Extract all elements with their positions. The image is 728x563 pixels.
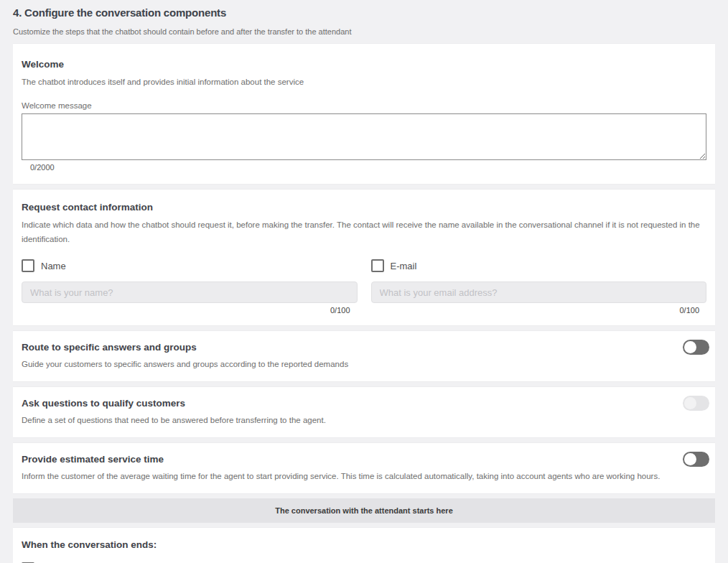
toggle-knob <box>684 341 696 353</box>
route-answers-toggle[interactable] <box>683 340 709 355</box>
estimated-time-card: Provide estimated service time Inform th… <box>13 442 715 494</box>
qualify-questions-title: Ask questions to qualify customers <box>22 397 706 409</box>
toggle-knob <box>684 397 696 409</box>
welcome-description: The chatbot introduces itself and provid… <box>22 75 706 89</box>
page-header: 4. Configure the conversation components… <box>13 6 715 37</box>
name-char-counter: 0/100 <box>22 306 358 315</box>
welcome-char-counter: 0/2000 <box>30 163 706 172</box>
contact-description: Indicate which data and how the chatbot … <box>22 218 706 246</box>
page-title: 4. Configure the conversation components <box>13 6 715 19</box>
name-checkbox-label: Name <box>41 261 66 271</box>
email-checkbox-label: E-mail <box>391 261 417 271</box>
name-checkbox[interactable] <box>22 259 34 272</box>
welcome-card: Welcome The chatbot introduces itself an… <box>13 43 715 185</box>
email-checkbox-row[interactable]: E-mail <box>371 259 707 272</box>
contact-fields-grid: Name 0/100 E-mail 0/100 <box>22 253 706 315</box>
conversation-ends-title: When the conversation ends: <box>22 539 706 551</box>
qualify-questions-card: Ask questions to qualify customers Defin… <box>13 386 715 438</box>
welcome-message-textarea[interactable] <box>22 113 706 160</box>
estimated-time-title: Provide estimated service time <box>22 453 706 465</box>
contact-title: Request contact information <box>22 201 706 213</box>
route-answers-description: Guide your customers to specific answers… <box>22 359 706 369</box>
email-checkbox[interactable] <box>371 259 384 272</box>
name-checkbox-row[interactable]: Name <box>22 259 358 272</box>
qualify-questions-description: Define a set of questions that need to b… <box>22 415 706 425</box>
toggle-knob <box>684 453 696 465</box>
welcome-message-label: Welcome message <box>22 101 706 110</box>
conversation-ends-card: When the conversation ends: Display a sa… <box>13 527 715 563</box>
route-answers-title: Route to specific answers and groups <box>22 341 706 353</box>
contact-field-name: Name 0/100 <box>22 253 358 315</box>
email-char-counter: 0/100 <box>371 306 707 315</box>
request-contact-card: Request contact information Indicate whi… <box>13 189 715 326</box>
contact-field-email: E-mail 0/100 <box>371 253 707 315</box>
configure-conversation-page: 4. Configure the conversation components… <box>0 0 728 563</box>
attendant-start-banner: The conversation with the attendant star… <box>13 498 715 523</box>
name-input[interactable] <box>22 282 358 303</box>
route-answers-card: Route to specific answers and groups Gui… <box>13 330 715 382</box>
qualify-questions-toggle <box>683 396 709 411</box>
page-subtitle: Customize the steps that the chatbot sho… <box>13 27 715 37</box>
estimated-time-toggle[interactable] <box>683 452 709 467</box>
estimated-time-description: Inform the customer of the average waiti… <box>22 471 706 481</box>
attendant-start-banner-text: The conversation with the attendant star… <box>275 506 453 515</box>
welcome-title: Welcome <box>22 58 706 70</box>
email-input[interactable] <box>371 282 707 303</box>
